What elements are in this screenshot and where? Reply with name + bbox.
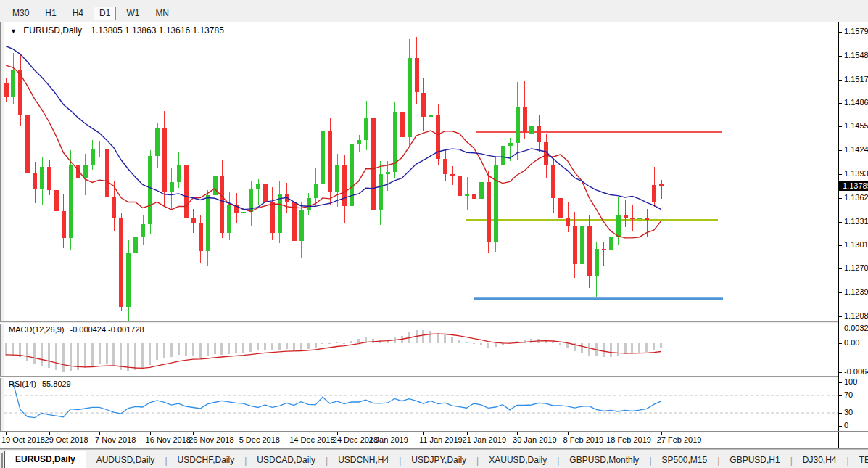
- candle: [494, 165, 498, 242]
- price-axis[interactable]: 1.157901.154801.151701.148601.145551.142…: [838, 22, 868, 448]
- timeframe-button-h1[interactable]: H1: [39, 7, 62, 20]
- price-axis-label: 1.13625: [844, 193, 868, 202]
- macd-bar: [480, 343, 482, 345]
- chart-tab-audusd-daily[interactable]: AUDUSD,Daily: [86, 453, 165, 468]
- candle: [357, 140, 361, 144]
- candle: [241, 212, 246, 213]
- candle: [119, 218, 123, 308]
- chart-tab-eurusd-daily[interactable]: EURUSD,Daily: [4, 451, 86, 468]
- timeframe-button-d1[interactable]: D1: [94, 7, 116, 20]
- candle: [91, 149, 95, 165]
- candle: [141, 224, 145, 237]
- chart-tab-tech100-h1[interactable]: TECH100,H1: [849, 453, 868, 468]
- tab-stub: [1, 453, 3, 468]
- date-tick: [467, 432, 468, 435]
- date-label: 2 Jan 2019: [368, 435, 408, 444]
- candle: [256, 184, 260, 188]
- macd-panel[interactable]: MACD(12,26,9) -0.000424 -0.001728: [4, 324, 838, 376]
- candle: [645, 218, 649, 220]
- macd-bar: [271, 343, 273, 350]
- candle: [162, 128, 167, 192]
- macd-bar: [350, 341, 352, 343]
- candle: [11, 70, 15, 97]
- rsi-panel-splitter[interactable]: [0, 376, 868, 378]
- chart-tab-usdcad-daily[interactable]: USDCAD,Daily: [247, 453, 326, 468]
- macd-bar: [566, 343, 569, 348]
- candle: [415, 58, 419, 93]
- candle: [155, 128, 160, 156]
- date-label: 19 Oct 2018: [1, 435, 45, 444]
- candle: [206, 195, 210, 251]
- price-axis-label-tick: [839, 32, 842, 33]
- macd-bar: [315, 343, 317, 348]
- date-tick: [6, 432, 7, 435]
- candle: [472, 194, 476, 199]
- chart-tab-usdjpy-daily[interactable]: USDJPY,Daily: [401, 453, 476, 468]
- rsi-axis-label: 0: [844, 421, 848, 430]
- macd-bar: [336, 342, 338, 343]
- timeframe-button-w1[interactable]: W1: [120, 7, 145, 20]
- chart-tab-dj30-h4[interactable]: DJ30,H4: [793, 453, 847, 468]
- chart-tab-bar: EURUSD,DailyAUDUSD,Daily|USDCHF,Daily|US…: [0, 449, 868, 468]
- rsi-axis-label-tick: [839, 426, 842, 427]
- candle: [371, 118, 376, 210]
- candle: [429, 115, 433, 117]
- macd-bar: [149, 343, 151, 365]
- price-axis-label: 1.12080: [844, 311, 868, 320]
- candle: [321, 131, 325, 184]
- macd-bar: [451, 337, 453, 343]
- price-axis-label-tick: [839, 103, 842, 104]
- candle: [630, 218, 635, 219]
- price-axis-label: 1.12390: [844, 287, 868, 296]
- macd-bar: [286, 343, 288, 349]
- macd-bar: [228, 343, 230, 354]
- macd-bar: [307, 343, 310, 349]
- candle: [652, 185, 656, 201]
- chart-tab-gbpusd-monthly[interactable]: GBPUSD,Monthly: [559, 453, 649, 468]
- time-axis[interactable]: 19 Oct 201829 Oct 20187 Nov 201816 Nov 2…: [0, 432, 868, 448]
- macd-bar: [264, 343, 266, 350]
- rsi-value: 55.8029: [42, 379, 71, 388]
- timeframe-button-h4[interactable]: H4: [67, 7, 89, 20]
- chart-tab-sp500-m15[interactable]: SP500,M15: [652, 453, 718, 468]
- chart-tab-usdcnh-h4[interactable]: USDCNH,H4: [328, 453, 399, 468]
- date-tick: [244, 432, 244, 435]
- candle: [307, 198, 311, 210]
- candle: [40, 167, 44, 189]
- date-tick: [517, 432, 518, 435]
- date-label: 5 Dec 2018: [239, 435, 280, 444]
- macd-panel-splitter[interactable]: [0, 321, 868, 324]
- rsi-axis-label-tick: [839, 395, 842, 396]
- price-axis-label-tick: [839, 316, 842, 317]
- price-axis-label-tick: [839, 222, 842, 223]
- candle: [270, 202, 275, 233]
- timeframe-toolbar: M30H1H4D1W1MN: [0, 4, 868, 22]
- timeframe-button-m30[interactable]: M30: [7, 7, 35, 20]
- chart-tab-usdchf-daily[interactable]: USDCHF,Daily: [168, 453, 245, 468]
- main-chart-area[interactable]: ▼ EURUSD,Daily 1.13805 1.13863 1.13616 1…: [4, 22, 838, 321]
- rsi-panel[interactable]: RSI(14) 55.8029: [4, 378, 838, 431]
- date-tick: [294, 432, 294, 435]
- chart-tab-gbpusd-h1[interactable]: GBPUSD,H1: [719, 453, 790, 468]
- macd-bar: [141, 343, 144, 369]
- candle: [595, 249, 599, 276]
- timeframe-button-mn[interactable]: MN: [149, 7, 175, 20]
- macd-bar: [106, 343, 108, 364]
- candle: [558, 198, 563, 218]
- chart-tab-xauusd-daily[interactable]: XAUUSD,Daily: [479, 453, 557, 468]
- macd-bar: [33, 343, 36, 364]
- candle: [47, 167, 51, 190]
- macd-bar: [99, 343, 101, 364]
- date-tick: [423, 432, 424, 435]
- macd-bar: [293, 343, 295, 350]
- candle: [184, 165, 189, 218]
- current-price-tag: 1.13785: [839, 181, 868, 191]
- candle: [609, 237, 613, 250]
- candle: [170, 182, 174, 192]
- candle: [566, 218, 570, 227]
- price-axis-label: 1.12700: [844, 263, 868, 272]
- macd-bar: [530, 339, 532, 343]
- price-axis-label: 1.14860: [844, 98, 868, 107]
- macd-bar: [220, 343, 223, 355]
- rsi-line: [13, 382, 661, 418]
